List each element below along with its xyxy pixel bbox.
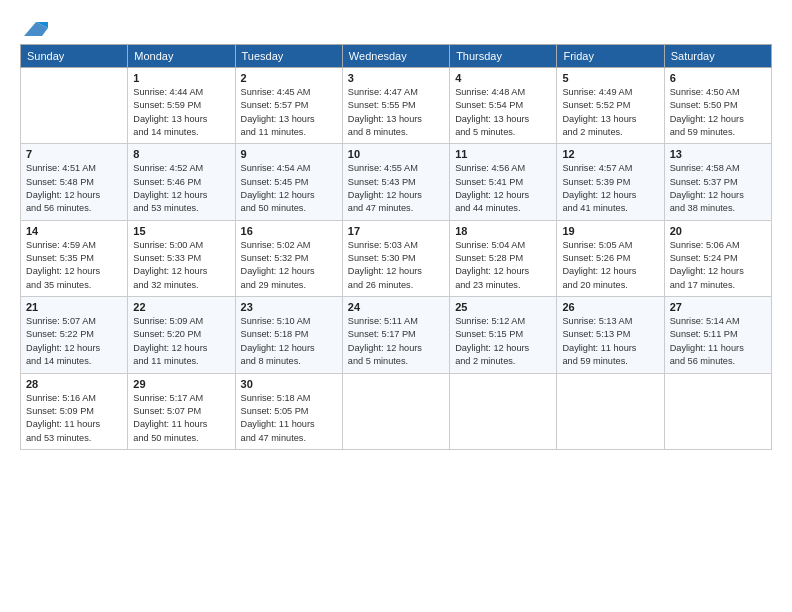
- day-info: Sunrise: 4:47 AMSunset: 5:55 PMDaylight:…: [348, 86, 444, 139]
- calendar-cell: 13Sunrise: 4:58 AMSunset: 5:37 PMDayligh…: [664, 144, 771, 220]
- day-info: Sunrise: 4:45 AMSunset: 5:57 PMDaylight:…: [241, 86, 337, 139]
- calendar-cell: 14Sunrise: 4:59 AMSunset: 5:35 PMDayligh…: [21, 220, 128, 296]
- calendar-cell: 8Sunrise: 4:52 AMSunset: 5:46 PMDaylight…: [128, 144, 235, 220]
- logo: [20, 18, 50, 34]
- calendar-cell: 17Sunrise: 5:03 AMSunset: 5:30 PMDayligh…: [342, 220, 449, 296]
- calendar-cell: 25Sunrise: 5:12 AMSunset: 5:15 PMDayligh…: [450, 297, 557, 373]
- day-info: Sunrise: 4:50 AMSunset: 5:50 PMDaylight:…: [670, 86, 766, 139]
- day-info: Sunrise: 4:51 AMSunset: 5:48 PMDaylight:…: [26, 162, 122, 215]
- weekday-header: Sunday: [21, 45, 128, 68]
- day-number: 19: [562, 225, 658, 237]
- day-number: 20: [670, 225, 766, 237]
- weekday-header: Wednesday: [342, 45, 449, 68]
- calendar-cell: [21, 68, 128, 144]
- day-info: Sunrise: 5:09 AMSunset: 5:20 PMDaylight:…: [133, 315, 229, 368]
- day-info: Sunrise: 5:04 AMSunset: 5:28 PMDaylight:…: [455, 239, 551, 292]
- day-info: Sunrise: 5:18 AMSunset: 5:05 PMDaylight:…: [241, 392, 337, 445]
- weekday-header-row: SundayMondayTuesdayWednesdayThursdayFrid…: [21, 45, 772, 68]
- day-number: 25: [455, 301, 551, 313]
- day-number: 15: [133, 225, 229, 237]
- calendar-cell: 24Sunrise: 5:11 AMSunset: 5:17 PMDayligh…: [342, 297, 449, 373]
- calendar-cell: 29Sunrise: 5:17 AMSunset: 5:07 PMDayligh…: [128, 373, 235, 449]
- day-number: 10: [348, 148, 444, 160]
- day-number: 9: [241, 148, 337, 160]
- calendar-cell: 1Sunrise: 4:44 AMSunset: 5:59 PMDaylight…: [128, 68, 235, 144]
- calendar-cell: 18Sunrise: 5:04 AMSunset: 5:28 PMDayligh…: [450, 220, 557, 296]
- day-info: Sunrise: 5:17 AMSunset: 5:07 PMDaylight:…: [133, 392, 229, 445]
- calendar-cell: 12Sunrise: 4:57 AMSunset: 5:39 PMDayligh…: [557, 144, 664, 220]
- day-number: 26: [562, 301, 658, 313]
- weekday-header: Tuesday: [235, 45, 342, 68]
- calendar-cell: 23Sunrise: 5:10 AMSunset: 5:18 PMDayligh…: [235, 297, 342, 373]
- day-number: 27: [670, 301, 766, 313]
- day-number: 4: [455, 72, 551, 84]
- day-number: 16: [241, 225, 337, 237]
- day-number: 18: [455, 225, 551, 237]
- day-info: Sunrise: 4:54 AMSunset: 5:45 PMDaylight:…: [241, 162, 337, 215]
- day-info: Sunrise: 5:06 AMSunset: 5:24 PMDaylight:…: [670, 239, 766, 292]
- day-info: Sunrise: 4:48 AMSunset: 5:54 PMDaylight:…: [455, 86, 551, 139]
- calendar-cell: [557, 373, 664, 449]
- day-info: Sunrise: 5:14 AMSunset: 5:11 PMDaylight:…: [670, 315, 766, 368]
- day-info: Sunrise: 5:02 AMSunset: 5:32 PMDaylight:…: [241, 239, 337, 292]
- day-number: 17: [348, 225, 444, 237]
- calendar-cell: [450, 373, 557, 449]
- day-number: 3: [348, 72, 444, 84]
- day-info: Sunrise: 4:52 AMSunset: 5:46 PMDaylight:…: [133, 162, 229, 215]
- day-number: 12: [562, 148, 658, 160]
- weekday-header: Saturday: [664, 45, 771, 68]
- calendar-cell: 4Sunrise: 4:48 AMSunset: 5:54 PMDaylight…: [450, 68, 557, 144]
- day-number: 6: [670, 72, 766, 84]
- day-info: Sunrise: 5:05 AMSunset: 5:26 PMDaylight:…: [562, 239, 658, 292]
- weekday-header: Friday: [557, 45, 664, 68]
- calendar-cell: 7Sunrise: 4:51 AMSunset: 5:48 PMDaylight…: [21, 144, 128, 220]
- calendar-cell: 6Sunrise: 4:50 AMSunset: 5:50 PMDaylight…: [664, 68, 771, 144]
- calendar-cell: 28Sunrise: 5:16 AMSunset: 5:09 PMDayligh…: [21, 373, 128, 449]
- day-info: Sunrise: 4:57 AMSunset: 5:39 PMDaylight:…: [562, 162, 658, 215]
- calendar-week-row: 1Sunrise: 4:44 AMSunset: 5:59 PMDaylight…: [21, 68, 772, 144]
- day-info: Sunrise: 5:00 AMSunset: 5:33 PMDaylight:…: [133, 239, 229, 292]
- day-number: 2: [241, 72, 337, 84]
- day-info: Sunrise: 4:49 AMSunset: 5:52 PMDaylight:…: [562, 86, 658, 139]
- day-info: Sunrise: 4:44 AMSunset: 5:59 PMDaylight:…: [133, 86, 229, 139]
- day-info: Sunrise: 5:12 AMSunset: 5:15 PMDaylight:…: [455, 315, 551, 368]
- calendar-cell: 9Sunrise: 4:54 AMSunset: 5:45 PMDaylight…: [235, 144, 342, 220]
- day-info: Sunrise: 4:58 AMSunset: 5:37 PMDaylight:…: [670, 162, 766, 215]
- calendar-cell: [342, 373, 449, 449]
- logo-icon: [22, 18, 50, 38]
- day-number: 5: [562, 72, 658, 84]
- day-number: 1: [133, 72, 229, 84]
- day-info: Sunrise: 4:59 AMSunset: 5:35 PMDaylight:…: [26, 239, 122, 292]
- page-header: [20, 18, 772, 34]
- calendar-cell: [664, 373, 771, 449]
- day-number: 23: [241, 301, 337, 313]
- calendar-cell: 2Sunrise: 4:45 AMSunset: 5:57 PMDaylight…: [235, 68, 342, 144]
- calendar-cell: 15Sunrise: 5:00 AMSunset: 5:33 PMDayligh…: [128, 220, 235, 296]
- day-info: Sunrise: 4:55 AMSunset: 5:43 PMDaylight:…: [348, 162, 444, 215]
- day-number: 14: [26, 225, 122, 237]
- day-number: 30: [241, 378, 337, 390]
- day-number: 28: [26, 378, 122, 390]
- calendar-week-row: 28Sunrise: 5:16 AMSunset: 5:09 PMDayligh…: [21, 373, 772, 449]
- calendar-cell: 10Sunrise: 4:55 AMSunset: 5:43 PMDayligh…: [342, 144, 449, 220]
- calendar-week-row: 21Sunrise: 5:07 AMSunset: 5:22 PMDayligh…: [21, 297, 772, 373]
- calendar-cell: 30Sunrise: 5:18 AMSunset: 5:05 PMDayligh…: [235, 373, 342, 449]
- calendar-cell: 21Sunrise: 5:07 AMSunset: 5:22 PMDayligh…: [21, 297, 128, 373]
- day-info: Sunrise: 5:16 AMSunset: 5:09 PMDaylight:…: [26, 392, 122, 445]
- calendar-cell: 26Sunrise: 5:13 AMSunset: 5:13 PMDayligh…: [557, 297, 664, 373]
- day-number: 24: [348, 301, 444, 313]
- calendar-cell: 22Sunrise: 5:09 AMSunset: 5:20 PMDayligh…: [128, 297, 235, 373]
- calendar-cell: 11Sunrise: 4:56 AMSunset: 5:41 PMDayligh…: [450, 144, 557, 220]
- calendar-cell: 20Sunrise: 5:06 AMSunset: 5:24 PMDayligh…: [664, 220, 771, 296]
- day-info: Sunrise: 5:07 AMSunset: 5:22 PMDaylight:…: [26, 315, 122, 368]
- day-number: 11: [455, 148, 551, 160]
- calendar-cell: 16Sunrise: 5:02 AMSunset: 5:32 PMDayligh…: [235, 220, 342, 296]
- calendar-week-row: 7Sunrise: 4:51 AMSunset: 5:48 PMDaylight…: [21, 144, 772, 220]
- day-number: 8: [133, 148, 229, 160]
- day-number: 22: [133, 301, 229, 313]
- day-info: Sunrise: 5:13 AMSunset: 5:13 PMDaylight:…: [562, 315, 658, 368]
- weekday-header: Thursday: [450, 45, 557, 68]
- calendar-cell: 19Sunrise: 5:05 AMSunset: 5:26 PMDayligh…: [557, 220, 664, 296]
- calendar-cell: 3Sunrise: 4:47 AMSunset: 5:55 PMDaylight…: [342, 68, 449, 144]
- calendar-cell: 27Sunrise: 5:14 AMSunset: 5:11 PMDayligh…: [664, 297, 771, 373]
